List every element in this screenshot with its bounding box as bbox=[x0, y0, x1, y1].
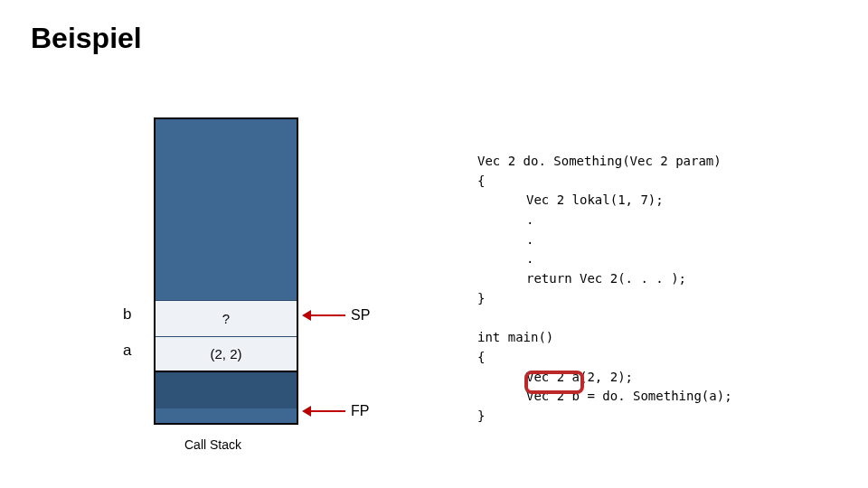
code-line: Vec 2 a(2, 2); bbox=[477, 368, 633, 388]
code-line: . bbox=[477, 249, 533, 269]
code-line: { bbox=[477, 174, 485, 188]
stack-cell-a: (2, 2) bbox=[156, 336, 297, 372]
stack-row-label-b: b bbox=[123, 305, 131, 324]
call-stack-column: ? (2, 2) bbox=[154, 117, 298, 425]
arrow-left-icon bbox=[302, 310, 311, 321]
stack-caption: Call Stack bbox=[184, 437, 241, 452]
stack-cell-pad bbox=[156, 372, 297, 408]
stack-cell-b: ? bbox=[156, 300, 297, 336]
stack-row-label-a: a bbox=[123, 342, 131, 360]
code-block: Vec 2 do. Something(Vec 2 param) { Vec 2… bbox=[477, 152, 732, 427]
code-line: Vec 2 do. Something(Vec 2 param) bbox=[477, 154, 722, 168]
code-line: Vec 2 lokal(1, 7); bbox=[477, 191, 664, 211]
code-line: int main() bbox=[477, 330, 553, 344]
arrow-left-icon bbox=[302, 406, 311, 417]
code-line: . bbox=[477, 211, 533, 230]
code-line: { bbox=[477, 350, 485, 364]
code-line: . bbox=[477, 230, 533, 250]
code-line: } bbox=[477, 291, 485, 305]
slide-title: Beispiel bbox=[31, 22, 142, 55]
arrow-shaft bbox=[311, 314, 345, 316]
sp-label: SP bbox=[351, 307, 370, 324]
code-line: Vec 2 b = do. Something(a); bbox=[477, 387, 732, 407]
arrow-shaft bbox=[311, 410, 345, 412]
code-line: } bbox=[477, 408, 485, 423]
stack-pointer-fp: FP bbox=[302, 403, 369, 419]
stack-pointer-sp: SP bbox=[302, 307, 370, 324]
fp-label: FP bbox=[351, 403, 369, 419]
code-line: return Vec 2(. . . ); bbox=[477, 269, 686, 289]
